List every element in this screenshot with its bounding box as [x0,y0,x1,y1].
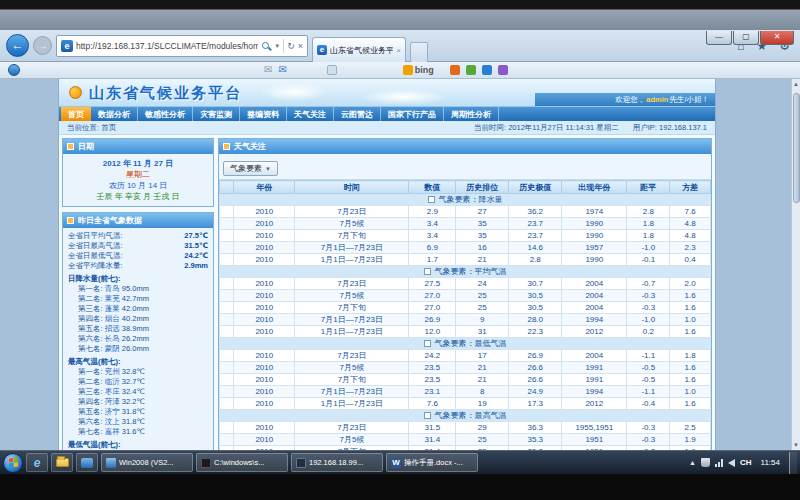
back-button[interactable]: ← [6,34,29,57]
toolbar-purple-icon[interactable] [498,65,508,75]
chevron-down-icon[interactable]: ▼ [274,43,280,49]
stop-icon[interactable]: × [298,41,303,51]
menu-item-1[interactable]: 数据分析 [91,107,138,121]
menu-item-0[interactable]: 首页 [61,107,91,121]
row-gutter-cell [220,326,234,338]
address-bar[interactable]: e http://192.168.137.1/SLCCLIMATE/module… [56,35,308,57]
table-cell: -1.1 [627,386,670,398]
forward-button[interactable]: → [33,36,52,55]
rank-item: 第三名: 枣庄 32.4℃ [68,387,208,397]
task-button-2[interactable]: 192.168.18.99... [291,453,383,472]
tab-title: 山东省气候业务平... [330,45,393,56]
menu-item-5[interactable]: 天气关注 [287,107,334,121]
table-cell: 7月23日 [295,422,409,434]
tray-up-caret-icon[interactable]: ▲ [689,459,696,466]
table-row: 20107月5候31.42535.31951-0.31.9 [220,434,711,446]
table-cell: -1.0 [627,314,670,326]
address-url[interactable]: http://192.168.137.1/SLCCLIMATE/modules/… [76,41,258,51]
bing-logo[interactable]: bing [403,65,434,75]
group-checkbox[interactable] [424,340,431,347]
table-row: 20107月下旬27.02530.52004-0.31.6 [220,302,711,314]
table-cell: 16 [456,242,509,254]
tab-close-icon[interactable]: × [396,46,401,55]
task-button-0[interactable]: Win2008 (VS2... [101,453,193,472]
new-tab-button[interactable] [410,42,428,62]
refresh-icon[interactable]: ↻ [287,41,295,51]
quicklaunch-folder-icon[interactable] [51,453,73,472]
menu-item-7[interactable]: 国家下行产品 [381,107,444,121]
table-cell: 31.5 [409,422,456,434]
breadcrumb: 当前位置: 首页 [67,123,116,133]
toolbar-green-icon[interactable] [466,65,476,75]
table-cell: 23.7 [509,230,562,242]
table-cell: 6.9 [409,242,456,254]
menu-item-4[interactable]: 整编资料 [240,107,287,121]
toolbar-orange-icon[interactable] [450,65,460,75]
table-cell: 2010 [234,386,295,398]
browser-tab[interactable]: e 山东省气候业务平... × [312,37,406,62]
table-row: 20107月1日—7月23日6.91614.61957-1.02.3 [220,242,711,254]
page-title: 山东省气候业务平台 [89,84,242,103]
rank-item: 第一名: 青岛 95.0mm [68,284,208,294]
table-row: 20107月5候3.43523.719901.84.8 [220,218,711,230]
table-cell: 23.5 [409,374,456,386]
document-icon[interactable] [327,65,337,75]
group-checkbox[interactable] [424,268,431,275]
table-cell: -0.1 [627,254,670,266]
maximize-button[interactable]: ▢ [733,31,759,45]
table-cell: 1月1日—7月23日 [295,326,409,338]
action-center-icon[interactable] [701,458,710,467]
mail-envelope-blue-icon[interactable]: ✉ [278,65,286,75]
quicklaunch-media-icon[interactable] [76,453,98,472]
scroll-up-icon[interactable]: ▲ [792,79,800,89]
table-cell: 27.0 [409,302,456,314]
menu-item-8[interactable]: 周期性分析 [444,107,499,121]
table-cell: 1.6 [670,326,711,338]
scroll-thumb[interactable] [793,93,800,203]
table-cell: 7月1日—7月23日 [295,314,409,326]
task-button-1[interactable]: C:\windows\s... [196,453,288,472]
search-icon[interactable] [261,41,271,51]
minimize-button[interactable]: — [706,31,732,45]
table-cell: -0.5 [627,362,670,374]
weather-icon [67,217,74,224]
row-gutter-cell [220,386,234,398]
vertical-scrollbar[interactable]: ▲ ▼ [791,79,800,450]
table-cell: 1994 [562,386,627,398]
volume-icon[interactable] [728,459,735,467]
language-indicator[interactable]: CH [740,458,752,467]
element-filter-button[interactable]: 气象要素▼ [223,161,278,176]
windows-logo-icon [9,458,18,468]
table-cell: 8 [456,386,509,398]
show-desktop-button[interactable] [789,452,797,474]
date-ganzhi: 壬辰 年 辛亥 月 壬戌 日 [65,191,211,202]
group-checkbox[interactable] [428,196,435,203]
toolbar-app-icon[interactable] [8,64,20,76]
scroll-down-icon[interactable]: ▼ [792,440,800,450]
table-cell: 2010 [234,206,295,218]
table-cell: 7月下旬 [295,374,409,386]
start-button[interactable] [3,453,23,473]
table-row: 20107月下旬3.43523.719901.84.8 [220,230,711,242]
menu-item-2[interactable]: 敏感性分析 [138,107,193,121]
network-icon[interactable] [715,459,723,467]
table-cell: 7.6 [409,398,456,410]
task-button-3[interactable]: W操作手册.docx -... [386,453,478,472]
table-cell: 2010 [234,434,295,446]
menu-item-3[interactable]: 灾害监测 [193,107,240,121]
table-cell: 30.5 [509,302,562,314]
table-cell: 1.7 [409,254,456,266]
table-cell: 31.4 [409,434,456,446]
toolbar-blue-icon[interactable] [482,65,492,75]
group-checkbox[interactable] [424,412,431,419]
menu-item-6[interactable]: 云图雷达 [334,107,381,121]
table-cell: 2010 [234,398,295,410]
row-gutter-cell [220,302,234,314]
table-cell: 2010 [234,218,295,230]
taskbar-clock[interactable]: 11:54 [757,458,784,467]
quicklaunch-ie-icon[interactable]: e [26,453,48,472]
table-cell: 4.8 [670,230,711,242]
close-button[interactable]: ✕ [760,31,794,45]
mail-envelope-icon[interactable]: ✉ [264,65,272,75]
table-cell: 2010 [234,290,295,302]
